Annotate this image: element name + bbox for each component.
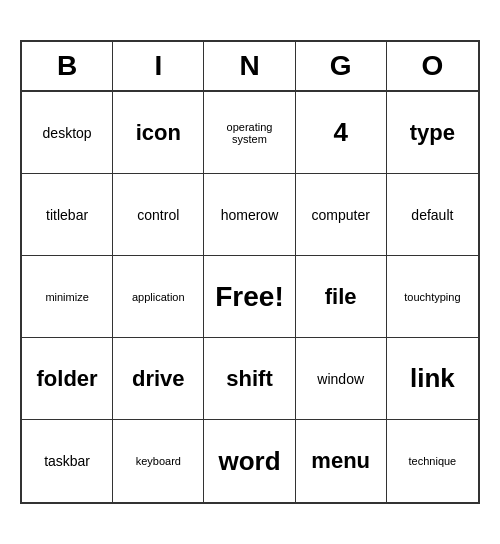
bingo-cell: minimize — [22, 256, 113, 338]
bingo-cell: technique — [387, 420, 478, 502]
bingo-cell: homerow — [204, 174, 295, 256]
bingo-cell: icon — [113, 92, 204, 174]
bingo-cell: keyboard — [113, 420, 204, 502]
header-letter: G — [296, 42, 387, 90]
bingo-cell: desktop — [22, 92, 113, 174]
bingo-cell: link — [387, 338, 478, 420]
bingo-cell: menu — [296, 420, 387, 502]
bingo-cell: default — [387, 174, 478, 256]
bingo-cell: titlebar — [22, 174, 113, 256]
bingo-cell: application — [113, 256, 204, 338]
bingo-cell: 4 — [296, 92, 387, 174]
bingo-cell: taskbar — [22, 420, 113, 502]
bingo-cell: shift — [204, 338, 295, 420]
bingo-cell: window — [296, 338, 387, 420]
bingo-cell: operating system — [204, 92, 295, 174]
bingo-cell: Free! — [204, 256, 295, 338]
header-letter: B — [22, 42, 113, 90]
header-letter: O — [387, 42, 478, 90]
bingo-cell: file — [296, 256, 387, 338]
bingo-header: BINGO — [22, 42, 478, 92]
header-letter: I — [113, 42, 204, 90]
bingo-cell: touchtyping — [387, 256, 478, 338]
bingo-cell: drive — [113, 338, 204, 420]
bingo-cell: word — [204, 420, 295, 502]
bingo-cell: control — [113, 174, 204, 256]
header-letter: N — [204, 42, 295, 90]
bingo-cell: type — [387, 92, 478, 174]
bingo-cell: computer — [296, 174, 387, 256]
bingo-cell: folder — [22, 338, 113, 420]
bingo-card: BINGO desktopiconoperating system4typeti… — [20, 40, 480, 504]
bingo-grid: desktopiconoperating system4typetitlebar… — [22, 92, 478, 502]
